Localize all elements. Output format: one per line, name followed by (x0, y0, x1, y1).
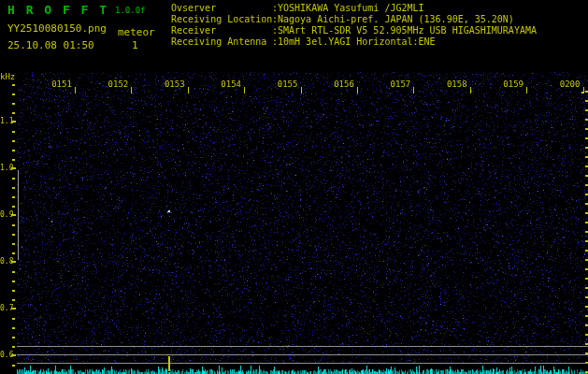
station-row-antenna: Receiving Antenna:10mH 3el.YAGI Horizont… (171, 36, 537, 48)
time-axis-tick (470, 87, 471, 94)
time-axis-label: 0153 (163, 79, 187, 89)
freq-minor-tick (12, 131, 15, 133)
freq-major-tick (11, 214, 16, 216)
time-axis-tick (583, 87, 584, 94)
freq-minor-tick (12, 346, 15, 348)
station-label: Receiving Antenna (171, 36, 272, 48)
station-value: :Nagoya Aichi-pref. JAPAN (136.90E, 35.2… (272, 14, 514, 24)
freq-minor-tick (12, 196, 15, 198)
station-row-receiver: Receiver:SMArt RTL-SDR V5 52.905MHz USB … (171, 25, 537, 36)
time-axis-label: 0200 (558, 79, 582, 89)
time-axis-tick (413, 87, 414, 94)
station-label: Receiver (171, 25, 272, 36)
observation-datetime: 25.10.08 01:50 (7, 39, 94, 51)
freq-minor-tick (12, 224, 15, 226)
freq-minor-tick (12, 234, 15, 236)
freq-minor-tick (12, 206, 15, 208)
station-value: :SMArt RTL-SDR V5 52.905MHz USB HIGASHIM… (272, 25, 537, 36)
freq-major-tick (11, 354, 16, 356)
freq-minor-tick (12, 178, 15, 180)
station-value: :YOSHIKAWA Yasufumi /JG2MLI (272, 3, 424, 13)
time-axis-tick (131, 87, 132, 94)
freq-axis-unit: kHz (0, 72, 15, 81)
time-axis-label: 0157 (388, 79, 412, 89)
time-axis-tick (301, 87, 302, 94)
time-axis-label: 0152 (106, 79, 130, 89)
time-axis-tick (526, 87, 527, 94)
mode-label: meteor (118, 26, 155, 38)
freq-major-tick (11, 121, 16, 122)
meteor-echo-dot (168, 210, 170, 212)
spectrogram-noise-canvas (0, 0, 588, 374)
freq-minor-tick (12, 94, 15, 95)
freq-minor-tick (12, 243, 15, 245)
meteor-detect-marker (168, 356, 170, 371)
freq-minor-tick (12, 337, 15, 338)
time-axis-tick (357, 87, 358, 94)
meteor-count: 1 (132, 39, 138, 51)
axis-end-dot (581, 92, 583, 94)
station-label: Receiving Location (171, 14, 272, 25)
long-echo-line-1 (17, 346, 588, 347)
freq-major-tick (11, 167, 16, 169)
station-info: Ovserver:YOSHIKAWA Yasufumi /JG2MLI Rece… (171, 3, 537, 48)
app-title: H R O F F T (7, 3, 108, 17)
freq-minor-tick (12, 252, 15, 254)
freq-minor-tick (12, 271, 15, 273)
time-axis-label: 0151 (50, 79, 74, 89)
time-axis-label: 0159 (501, 79, 525, 89)
freq-minor-tick (12, 290, 15, 292)
time-axis-tick (75, 87, 76, 94)
freq-minor-tick (12, 365, 15, 367)
freq-major-tick (11, 261, 16, 263)
time-axis-label: 0158 (445, 79, 469, 89)
freq-minor-tick (12, 159, 15, 161)
output-filename: YY2510080150.png (7, 22, 107, 35)
station-row-location: Receiving Location:Nagoya Aichi-pref. JA… (171, 14, 537, 25)
freq-minor-tick (12, 150, 15, 151)
time-axis-label: 0156 (332, 79, 356, 89)
station-value: :10mH 3el.YAGI Horizontal:ENE (272, 36, 436, 47)
time-axis-label: 0154 (219, 79, 243, 89)
app-version: 1.0.0f (115, 6, 146, 15)
freq-minor-tick (12, 327, 15, 329)
time-axis-label: 0155 (276, 79, 300, 89)
station-row-observer: Ovserver:YOSHIKAWA Yasufumi /JG2MLI (171, 3, 537, 14)
freq-minor-tick (12, 299, 15, 301)
hrofft-window: { "app": { "title": "H R O F F T", "vers… (0, 0, 588, 374)
freq-major-tick (11, 308, 16, 309)
time-axis-tick (244, 87, 245, 94)
long-echo-line-3 (17, 363, 588, 364)
freq-minor-tick (12, 140, 15, 142)
freq-minor-tick (12, 318, 15, 320)
freq-minor-tick (12, 187, 15, 189)
station-label: Ovserver (171, 3, 272, 14)
freq-minor-tick (12, 103, 15, 105)
time-axis-tick (188, 87, 189, 94)
freq-minor-tick (12, 84, 15, 86)
long-echo-line-2 (17, 354, 588, 355)
freq-minor-tick (12, 280, 15, 282)
freq-minor-tick (12, 112, 15, 114)
scale-reference-vline (18, 170, 19, 260)
